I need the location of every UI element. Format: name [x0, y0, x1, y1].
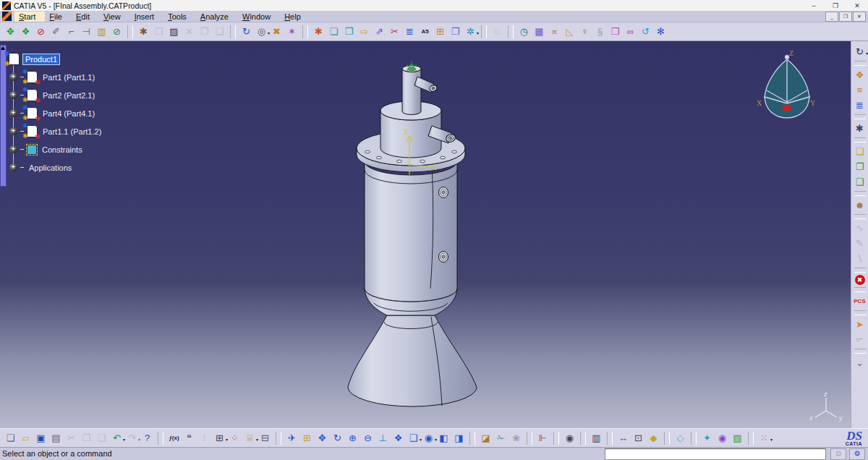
compass-rotate-icon[interactable]: ❖: [19, 25, 33, 38]
reorder-tree-icon[interactable]: ≣: [403, 25, 417, 38]
anchor-icon[interactable]: ♆: [578, 25, 592, 38]
compass-translate-icon[interactable]: ✥: [4, 25, 17, 38]
doc-pointer-icon[interactable]: ❒: [608, 25, 622, 38]
rotate-icon[interactable]: ↻: [331, 431, 344, 445]
pointer-orange-icon[interactable]: ➤: [853, 318, 867, 331]
formula-icon[interactable]: ƒ(x): [167, 431, 181, 445]
graphic-cube-icon[interactable]: ▨: [731, 431, 744, 445]
dots-gray-icon[interactable]: ⁞: [197, 431, 211, 445]
component-gear-icon[interactable]: ✱: [312, 25, 326, 38]
redo-icon[interactable]: ↷▾: [125, 431, 139, 445]
ruler-red-icon[interactable]: ⊩: [536, 431, 550, 445]
new-product-icon[interactable]: ❐: [342, 25, 356, 38]
fit-all-icon[interactable]: ⊞: [300, 431, 314, 445]
hide-show-icon[interactable]: ◪: [479, 431, 493, 445]
existing-positioned-icon[interactable]: ⇗: [373, 25, 386, 38]
knot-gray-icon[interactable]: ✕: [182, 25, 196, 38]
shade-left-icon[interactable]: ◧: [437, 431, 451, 445]
product-list-icon[interactable]: ≡: [853, 83, 867, 97]
light-gear-icon[interactable]: ❀: [509, 431, 523, 445]
power-input-field[interactable]: [605, 448, 826, 460]
selective-load-icon[interactable]: ⊞: [433, 25, 447, 38]
paperclip-icon[interactable]: §: [593, 25, 607, 38]
tree-label-constraints[interactable]: Constraints: [40, 145, 85, 155]
view-compass[interactable]: Z X Y: [757, 49, 815, 118]
doc-close-button[interactable]: ✕: [853, 12, 866, 22]
multi-view-icon[interactable]: ❖: [391, 431, 405, 445]
construction-line-icon[interactable]: ⌐: [64, 25, 78, 38]
pan-icon[interactable]: ✥: [315, 431, 329, 445]
line-gray-icon[interactable]: ∖: [853, 252, 867, 265]
menu-item-analyze[interactable]: Analyze: [196, 12, 238, 22]
normal-view-icon[interactable]: ⊥: [376, 431, 390, 445]
space-box-icon[interactable]: ▦: [532, 25, 546, 38]
bom-icon[interactable]: ≣: [853, 98, 867, 112]
pen-gray-icon[interactable]: ✎: [853, 237, 867, 250]
camera-icon[interactable]: ◉: [563, 431, 576, 445]
existing-component-icon[interactable]: ⇨: [357, 25, 371, 38]
tree-row-part4[interactable]: + ✱✱✱ Part4 (Part4.1): [9, 104, 103, 122]
people-icon[interactable]: ☻: [853, 198, 867, 212]
smart-star-icon[interactable]: ✶: [285, 25, 299, 38]
angle-ruler-icon[interactable]: ◺: [563, 25, 576, 38]
calculator-icon[interactable]: ⊞▾: [213, 431, 226, 445]
design-table-icon[interactable]: ⁘: [228, 431, 242, 445]
manage-representations-icon[interactable]: ❐: [448, 25, 462, 38]
compass-base-handle[interactable]: [783, 105, 791, 111]
tree-row-constraints[interactable]: + Constraints: [9, 140, 103, 158]
menu-item-start[interactable]: Start: [14, 12, 45, 22]
close-button[interactable]: ✕: [846, 1, 868, 11]
print-icon[interactable]: ▤: [49, 431, 63, 445]
cache-gears-icon[interactable]: ✱: [853, 122, 867, 135]
search-gear-icon[interactable]: ◎▾: [255, 25, 268, 38]
diamond-icon[interactable]: ◇: [673, 431, 687, 445]
part-cyan-icon[interactable]: ❏: [853, 145, 867, 158]
status-expand-button[interactable]: ⊡: [830, 448, 846, 460]
tree-label-product1[interactable]: Product1: [22, 54, 60, 65]
save-icon[interactable]: ▣: [34, 431, 48, 445]
tree-row-part1[interactable]: + ✱✱✱ Part1 (Part1.1): [9, 68, 103, 86]
part-sync-icon[interactable]: ❑: [853, 175, 867, 189]
restore-button[interactable]: ❐: [825, 1, 846, 11]
menu-item-tools[interactable]: Tools: [163, 12, 196, 22]
tree-row-part2[interactable]: + ✱✱✱ Part2 (Part2.1): [9, 86, 103, 104]
quick-print-icon[interactable]: ▥: [590, 431, 603, 445]
tree-label-part1-1[interactable]: Part4 (Part4.1): [41, 108, 97, 119]
product-graph-icon[interactable]: ❖: [853, 68, 867, 82]
update-status-icon[interactable]: ↻▾: [853, 45, 867, 59]
doc-restore-button[interactable]: ❐: [839, 12, 852, 22]
break-link-icon[interactable]: ✖: [270, 25, 284, 38]
tree-label-applications[interactable]: Applications: [27, 163, 74, 173]
gears-clipboard-icon[interactable]: ✱: [137, 25, 150, 38]
tree-label-part1-2[interactable]: Part1.1 (Part1.2): [41, 127, 103, 137]
constraint-gears-icon[interactable]: ✻: [654, 25, 668, 38]
replace-component-icon[interactable]: ✂: [388, 25, 401, 38]
cut-icon[interactable]: ✂: [64, 431, 78, 445]
measure-between-icon[interactable]: ↔: [616, 431, 630, 445]
more-tools-chevron-icon[interactable]: ⌄: [853, 356, 867, 370]
ruler-select-icon[interactable]: ▥: [95, 25, 109, 38]
doc-minimize-button[interactable]: _: [825, 12, 838, 22]
menu-item-help[interactable]: Help: [280, 12, 310, 22]
expand-icon[interactable]: +: [9, 127, 17, 135]
new-component-icon[interactable]: ❏: [327, 25, 341, 38]
update-assembly-icon[interactable]: ↺: [639, 25, 652, 38]
pcs-icon[interactable]: PCS: [853, 294, 867, 308]
new-document-icon[interactable]: ❏: [4, 431, 17, 445]
paint-star-icon[interactable]: ✦: [700, 431, 714, 445]
menu-item-file[interactable]: File: [45, 12, 72, 22]
part-green-icon[interactable]: ❐: [853, 160, 867, 174]
zoom-off-icon[interactable]: ⊘: [110, 25, 124, 38]
axis-dashed-icon[interactable]: ⊣: [80, 25, 93, 38]
update-clock-icon[interactable]: ↻: [239, 25, 253, 38]
expand-icon[interactable]: +: [9, 73, 17, 81]
generate-numbering-icon[interactable]: A5: [418, 25, 432, 38]
tree-row-product[interactable]: ✱✱ Product1: [9, 50, 103, 68]
zoom-out-icon[interactable]: ⊖: [361, 431, 375, 445]
measure-item-icon[interactable]: ⊡: [631, 431, 645, 445]
expand-icon[interactable]: +: [9, 91, 17, 99]
measure-wand-icon[interactable]: ✐: [49, 25, 63, 38]
minimize-button[interactable]: –: [803, 1, 825, 11]
menu-item-view[interactable]: View: [99, 12, 130, 22]
menu-item-insert[interactable]: Insert: [130, 12, 164, 22]
